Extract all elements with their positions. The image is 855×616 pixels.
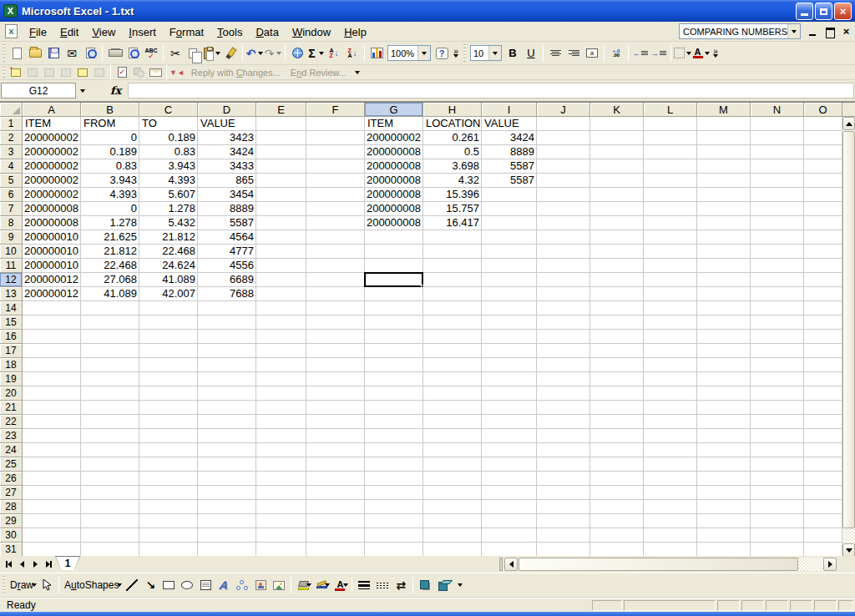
column-header-I[interactable]: I (482, 103, 537, 117)
close-button[interactable]: × (834, 3, 852, 20)
show-comment-button[interactable] (58, 66, 74, 79)
cell-A7[interactable]: 200000008 (23, 202, 81, 216)
row-header-17[interactable]: 17 (0, 344, 23, 358)
fill-color-button[interactable] (294, 576, 312, 594)
row-header-22[interactable]: 22 (0, 415, 23, 429)
cell-B6[interactable]: 4.393 (81, 188, 139, 202)
open-button[interactable] (26, 44, 44, 63)
oval-button[interactable] (178, 576, 196, 594)
zoom-combobox[interactable]: 100% (387, 45, 431, 61)
cell-H2[interactable]: 0.261 (423, 131, 482, 145)
draw-menu-button[interactable]: Draw (8, 576, 38, 594)
end-review-button[interactable]: End Review... (286, 68, 352, 78)
tab-split-handle[interactable] (499, 558, 503, 571)
row-header-5[interactable]: 5 (0, 174, 23, 188)
cell-A9[interactable]: 200000010 (23, 230, 81, 245)
new-button[interactable] (8, 44, 26, 63)
cell-D4[interactable]: 3433 (198, 159, 256, 174)
column-header-F[interactable]: F (306, 103, 365, 117)
menu-insert[interactable]: Insert (122, 23, 163, 41)
update-file-button[interactable] (114, 66, 130, 79)
spelling-button[interactable]: ABC✓ (142, 44, 160, 63)
row-header-30[interactable]: 30 (0, 528, 23, 543)
save-button[interactable] (44, 44, 63, 63)
horizontal-scroll-track[interactable] (798, 558, 823, 571)
first-sheet-button[interactable] (2, 558, 15, 571)
cell-D8[interactable]: 5587 (198, 216, 256, 230)
mail-recipient-button[interactable] (147, 66, 164, 79)
cell-H7[interactable]: 15.757 (423, 202, 482, 216)
toolbar-grip[interactable] (2, 67, 6, 78)
arrow-style-button[interactable]: ⇄ (392, 576, 410, 594)
next-comment-button[interactable] (41, 66, 58, 79)
cell-C1[interactable]: TO (139, 117, 198, 131)
vertical-scroll-thumb[interactable] (842, 131, 855, 528)
cell-A12[interactable]: 200000012 (23, 273, 81, 287)
row-header-14[interactable]: 14 (0, 301, 23, 316)
row-header-27[interactable]: 27 (0, 486, 23, 500)
cell-G5[interactable]: 200000008 (365, 174, 423, 188)
autoshapes-menu-button[interactable]: AutoShapes (62, 576, 123, 594)
cell-B1[interactable]: FROM (81, 117, 139, 131)
row-header-15[interactable]: 15 (0, 316, 23, 330)
row-header-28[interactable]: 28 (0, 500, 23, 514)
menu-window[interactable]: Window (286, 23, 337, 41)
draw-font-color-button[interactable]: A (331, 576, 349, 594)
restore-button[interactable] (815, 3, 832, 20)
cell-C9[interactable]: 21.812 (139, 230, 198, 245)
cell-C6[interactable]: 5.607 (139, 188, 198, 202)
clip-art-button[interactable] (251, 576, 270, 594)
cell-B5[interactable]: 3.943 (81, 174, 139, 188)
copy-button[interactable] (185, 44, 203, 63)
cell-D1[interactable]: VALUE (198, 117, 256, 131)
cell-C11[interactable]: 24.624 (139, 259, 198, 273)
row-header-3[interactable]: 3 (0, 145, 23, 159)
cell-A2[interactable]: 200000002 (23, 131, 81, 145)
cell-D13[interactable]: 7688 (198, 287, 256, 301)
toolbar-grip[interactable] (2, 44, 6, 63)
bold-button[interactable]: B (503, 44, 522, 63)
next-sheet-button[interactable] (28, 558, 42, 571)
name-box-dropdown[interactable] (76, 83, 89, 98)
zoom-dropdown[interactable] (417, 46, 430, 60)
cell-C13[interactable]: 42.007 (139, 287, 198, 301)
email-button[interactable]: ✉ (63, 44, 81, 63)
fill-handle[interactable] (421, 285, 424, 288)
row-header-26[interactable]: 26 (0, 472, 23, 486)
sort-ascending-button[interactable]: AZ ↓ (325, 44, 343, 63)
cell-D12[interactable]: 6689 (198, 273, 256, 287)
autosum-button[interactable]: Σ (306, 44, 325, 63)
redo-button[interactable]: ↷ (264, 44, 282, 63)
column-header-G[interactable]: G (365, 103, 423, 117)
increase-indent-button[interactable]: → (650, 44, 668, 63)
cell-B11[interactable]: 22.468 (81, 259, 139, 273)
underline-button[interactable]: U (522, 44, 540, 63)
dash-style-button[interactable] (373, 576, 392, 594)
column-header-L[interactable]: L (644, 103, 697, 117)
workbook-restore-button[interactable] (824, 27, 835, 37)
insert-function-button[interactable]: fx (110, 84, 121, 97)
cell-I5[interactable]: 5587 (482, 174, 537, 188)
select-objects-button[interactable] (38, 576, 56, 594)
cell-H1[interactable]: LOCATION (423, 117, 482, 131)
row-header-18[interactable]: 18 (0, 358, 23, 372)
cell-A11[interactable]: 200000010 (23, 259, 81, 273)
font-size-dropdown[interactable] (488, 46, 501, 60)
decrease-indent-button[interactable]: ← (631, 44, 650, 63)
row-header-21[interactable]: 21 (0, 401, 23, 415)
arrow-button[interactable]: ↘ (141, 576, 159, 594)
cell-A4[interactable]: 200000002 (23, 159, 81, 174)
cell-A10[interactable]: 200000010 (23, 245, 81, 259)
row-header-12[interactable]: 12 (0, 273, 23, 287)
row-header-9[interactable]: 9 (0, 230, 23, 245)
reply-with-changes-button[interactable]: Reply with Changes... (186, 68, 286, 78)
cell-B3[interactable]: 0.189 (81, 145, 139, 159)
menu-view[interactable]: View (85, 23, 122, 41)
select-all-corner[interactable] (0, 103, 23, 117)
rectangle-button[interactable] (159, 576, 178, 594)
paste-button[interactable] (203, 44, 221, 63)
cell-C8[interactable]: 5.432 (139, 216, 198, 230)
help-button[interactable]: ? (433, 44, 451, 63)
menu-help[interactable]: Help (337, 23, 373, 41)
cell-A5[interactable]: 200000002 (23, 174, 81, 188)
